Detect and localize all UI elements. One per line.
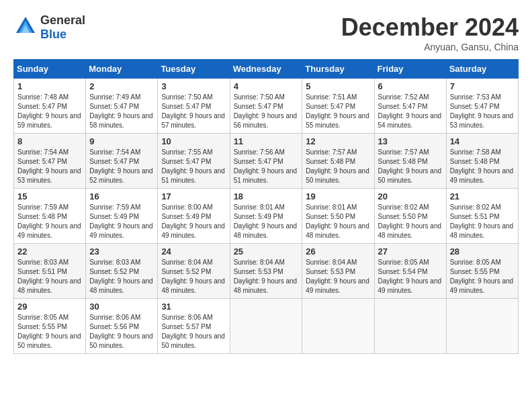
weekday-header: Monday <box>86 60 158 79</box>
day-number: 23 <box>89 246 154 257</box>
day-info: Sunrise: 8:05 AMSunset: 5:55 PMDaylight:… <box>450 258 515 295</box>
weekday-header: Saturday <box>446 60 518 79</box>
calendar-day-cell <box>302 299 374 354</box>
day-info: Sunrise: 8:06 AMSunset: 5:57 PMDaylight:… <box>161 313 226 351</box>
day-info: Sunrise: 7:50 AMSunset: 5:47 PMDaylight:… <box>161 93 226 130</box>
calendar-day-cell: 5Sunrise: 7:51 AMSunset: 5:47 PMDaylight… <box>302 79 374 134</box>
calendar-day-cell: 8Sunrise: 7:54 AMSunset: 5:47 PMDaylight… <box>14 134 86 189</box>
day-number: 3 <box>161 81 226 91</box>
calendar-day-cell <box>446 299 518 354</box>
day-info: Sunrise: 8:02 AMSunset: 5:50 PMDaylight:… <box>378 203 443 240</box>
day-number: 11 <box>234 136 299 146</box>
day-info: Sunrise: 7:56 AMSunset: 5:47 PMDaylight:… <box>234 148 299 185</box>
day-number: 18 <box>234 191 299 201</box>
calendar-day-cell: 19Sunrise: 8:01 AMSunset: 5:50 PMDayligh… <box>302 189 374 244</box>
day-info: Sunrise: 7:53 AMSunset: 5:47 PMDaylight:… <box>450 93 515 130</box>
calendar-table: SundayMondayTuesdayWednesdayThursdayFrid… <box>13 59 519 354</box>
day-info: Sunrise: 7:57 AMSunset: 5:48 PMDaylight:… <box>378 148 443 185</box>
day-number: 2 <box>89 81 154 91</box>
day-number: 13 <box>378 136 443 146</box>
calendar-week-row: 8Sunrise: 7:54 AMSunset: 5:47 PMDaylight… <box>14 134 519 189</box>
day-number: 25 <box>234 246 299 257</box>
calendar-day-cell: 24Sunrise: 8:04 AMSunset: 5:52 PMDayligh… <box>158 244 230 299</box>
calendar-day-cell: 31Sunrise: 8:06 AMSunset: 5:57 PMDayligh… <box>158 299 230 354</box>
day-info: Sunrise: 7:57 AMSunset: 5:48 PMDaylight:… <box>306 148 370 185</box>
day-info: Sunrise: 8:05 AMSunset: 5:54 PMDaylight:… <box>378 258 443 295</box>
day-info: Sunrise: 8:03 AMSunset: 5:51 PMDaylight:… <box>17 258 82 295</box>
month-title: December 2024 <box>341 13 519 42</box>
day-info: Sunrise: 8:05 AMSunset: 5:55 PMDaylight:… <box>17 313 82 351</box>
day-info: Sunrise: 7:55 AMSunset: 5:47 PMDaylight:… <box>161 148 226 185</box>
day-info: Sunrise: 8:01 AMSunset: 5:49 PMDaylight:… <box>234 203 299 240</box>
calendar-day-cell <box>374 299 446 354</box>
calendar-day-cell: 16Sunrise: 7:59 AMSunset: 5:49 PMDayligh… <box>86 189 158 244</box>
calendar-day-cell: 13Sunrise: 7:57 AMSunset: 5:48 PMDayligh… <box>374 134 446 189</box>
day-info: Sunrise: 7:54 AMSunset: 5:47 PMDaylight:… <box>89 148 154 185</box>
calendar-day-cell: 14Sunrise: 7:58 AMSunset: 5:48 PMDayligh… <box>446 134 518 189</box>
day-info: Sunrise: 7:49 AMSunset: 5:47 PMDaylight:… <box>89 93 154 130</box>
calendar-day-cell: 11Sunrise: 7:56 AMSunset: 5:47 PMDayligh… <box>230 134 302 189</box>
calendar-day-cell: 18Sunrise: 8:01 AMSunset: 5:49 PMDayligh… <box>230 189 302 244</box>
calendar-week-row: 1Sunrise: 7:48 AMSunset: 5:47 PMDaylight… <box>14 79 519 134</box>
day-info: Sunrise: 7:54 AMSunset: 5:47 PMDaylight:… <box>17 148 82 185</box>
day-number: 31 <box>161 302 226 312</box>
day-number: 8 <box>17 136 82 146</box>
day-number: 17 <box>161 191 226 201</box>
calendar-week-row: 15Sunrise: 7:59 AMSunset: 5:48 PMDayligh… <box>14 189 519 244</box>
day-number: 6 <box>378 81 443 91</box>
day-info: Sunrise: 8:03 AMSunset: 5:52 PMDaylight:… <box>89 258 154 295</box>
day-number: 19 <box>306 191 370 201</box>
day-number: 12 <box>306 136 370 146</box>
calendar-day-cell: 17Sunrise: 8:00 AMSunset: 5:49 PMDayligh… <box>158 189 230 244</box>
calendar-day-cell: 4Sunrise: 7:50 AMSunset: 5:47 PMDaylight… <box>230 79 302 134</box>
calendar-day-cell: 20Sunrise: 8:02 AMSunset: 5:50 PMDayligh… <box>374 189 446 244</box>
weekday-header: Tuesday <box>158 60 230 79</box>
weekday-header: Sunday <box>14 60 86 79</box>
calendar-day-cell: 15Sunrise: 7:59 AMSunset: 5:48 PMDayligh… <box>14 189 86 244</box>
calendar-day-cell: 25Sunrise: 8:04 AMSunset: 5:53 PMDayligh… <box>230 244 302 299</box>
day-number: 4 <box>234 81 299 91</box>
day-number: 20 <box>378 191 443 201</box>
weekday-header: Friday <box>374 60 446 79</box>
day-number: 29 <box>17 302 82 312</box>
logo-icon <box>13 14 38 41</box>
day-info: Sunrise: 8:04 AMSunset: 5:53 PMDaylight:… <box>306 258 370 295</box>
calendar-day-cell: 30Sunrise: 8:06 AMSunset: 5:56 PMDayligh… <box>86 299 158 354</box>
calendar-day-cell: 9Sunrise: 7:54 AMSunset: 5:47 PMDaylight… <box>86 134 158 189</box>
day-number: 24 <box>161 246 226 257</box>
calendar-day-cell: 26Sunrise: 8:04 AMSunset: 5:53 PMDayligh… <box>302 244 374 299</box>
day-number: 28 <box>450 246 515 257</box>
calendar-day-cell: 10Sunrise: 7:55 AMSunset: 5:47 PMDayligh… <box>158 134 230 189</box>
calendar-day-cell: 2Sunrise: 7:49 AMSunset: 5:47 PMDaylight… <box>86 79 158 134</box>
day-info: Sunrise: 7:59 AMSunset: 5:48 PMDaylight:… <box>17 203 82 240</box>
day-info: Sunrise: 8:00 AMSunset: 5:49 PMDaylight:… <box>161 203 226 240</box>
logo: General Blue <box>13 13 85 42</box>
calendar-day-cell: 27Sunrise: 8:05 AMSunset: 5:54 PMDayligh… <box>374 244 446 299</box>
calendar-day-cell <box>230 299 302 354</box>
calendar-day-cell: 7Sunrise: 7:53 AMSunset: 5:47 PMDaylight… <box>446 79 518 134</box>
day-number: 14 <box>450 136 515 146</box>
calendar-week-row: 22Sunrise: 8:03 AMSunset: 5:51 PMDayligh… <box>14 244 519 299</box>
day-number: 7 <box>450 81 515 91</box>
day-info: Sunrise: 8:04 AMSunset: 5:52 PMDaylight:… <box>161 258 226 295</box>
calendar-day-cell: 6Sunrise: 7:52 AMSunset: 5:47 PMDaylight… <box>374 79 446 134</box>
day-info: Sunrise: 8:02 AMSunset: 5:51 PMDaylight:… <box>450 203 515 240</box>
calendar-day-cell: 3Sunrise: 7:50 AMSunset: 5:47 PMDaylight… <box>158 79 230 134</box>
day-number: 21 <box>450 191 515 201</box>
day-number: 5 <box>306 81 370 91</box>
calendar-day-cell: 28Sunrise: 8:05 AMSunset: 5:55 PMDayligh… <box>446 244 518 299</box>
day-number: 16 <box>89 191 154 201</box>
day-info: Sunrise: 7:51 AMSunset: 5:47 PMDaylight:… <box>306 93 370 130</box>
day-info: Sunrise: 8:04 AMSunset: 5:53 PMDaylight:… <box>234 258 299 295</box>
title-block: December 2024 Anyuan, Gansu, China <box>341 13 519 52</box>
day-info: Sunrise: 7:48 AMSunset: 5:47 PMDaylight:… <box>17 93 82 130</box>
calendar-day-cell: 12Sunrise: 7:57 AMSunset: 5:48 PMDayligh… <box>302 134 374 189</box>
calendar-day-cell: 1Sunrise: 7:48 AMSunset: 5:47 PMDaylight… <box>14 79 86 134</box>
logo-blue: Blue <box>40 28 66 41</box>
logo-text: General Blue <box>40 13 85 42</box>
day-number: 27 <box>378 246 443 257</box>
day-info: Sunrise: 8:01 AMSunset: 5:50 PMDaylight:… <box>306 203 370 240</box>
calendar-day-cell: 29Sunrise: 8:05 AMSunset: 5:55 PMDayligh… <box>14 299 86 354</box>
calendar-day-cell: 23Sunrise: 8:03 AMSunset: 5:52 PMDayligh… <box>86 244 158 299</box>
day-info: Sunrise: 8:06 AMSunset: 5:56 PMDaylight:… <box>89 313 154 351</box>
